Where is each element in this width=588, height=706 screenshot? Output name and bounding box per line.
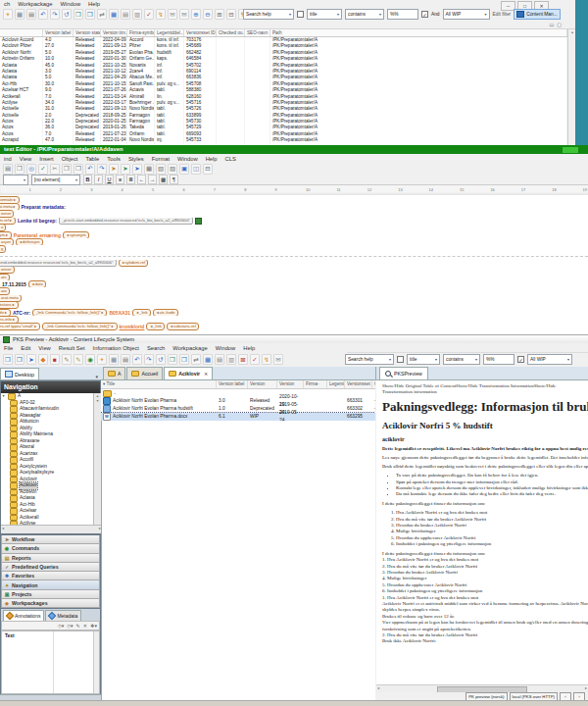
- sidebar-section-predefined-queries[interactable]: ✓Predefined Queries: [1, 563, 100, 572]
- title-checkbox[interactable]: [297, 11, 304, 18]
- menu-item[interactable]: Information Object: [93, 345, 139, 351]
- format-button[interactable]: ≡: [116, 175, 124, 184]
- expand-icon[interactable]: ⊞: [215, 9, 224, 20]
- xml-tag[interactable]: ◂asjon: [0, 238, 14, 245]
- menu-item[interactable]: Search: [147, 345, 165, 351]
- xml-tag[interactable]: ◂atc-kode: [153, 309, 178, 316]
- annotation-tool-button[interactable]: ✕: [83, 623, 87, 629]
- menu-item[interactable]: File: [4, 345, 13, 351]
- anchor-icon[interactable]: ▨: [168, 164, 177, 175]
- xml-tag[interactable]: rat-meta▸: [0, 203, 20, 210]
- view-grid-icon[interactable]: ▦: [203, 354, 213, 365]
- menu-item[interactable]: Result Set: [59, 345, 85, 351]
- copy-icon[interactable]: ❐: [74, 9, 83, 20]
- save-icon[interactable]: ▤: [3, 164, 13, 175]
- xml-tag[interactable]: nym▸: [0, 231, 12, 238]
- xml-tag[interactable]: ◂_link: [132, 309, 151, 316]
- menu-item[interactable]: Help: [88, 1, 100, 7]
- undo-icon[interactable]: ↶: [38, 9, 48, 20]
- xml-tag[interactable]: ◂ovner: [0, 210, 14, 217]
- collapse-icon[interactable]: ⊟: [226, 9, 236, 20]
- delete-icon[interactable]: ⊠: [238, 354, 248, 365]
- redo-icon[interactable]: ↷: [97, 164, 107, 175]
- menu-item[interactable]: ind: [4, 156, 12, 162]
- menu-item[interactable]: Object: [62, 156, 78, 162]
- xml-tag[interactable]: om-ref▸: [0, 218, 16, 225]
- print-icon[interactable]: ▤: [121, 354, 130, 365]
- mail2-icon[interactable]: ✉: [179, 9, 189, 20]
- table-row[interactable]: Aciklovir Norfri Evolan Pharma3.0Release…: [101, 397, 375, 405]
- mail-icon[interactable]: ✉: [168, 9, 177, 20]
- edit2-icon[interactable]: ✎: [74, 354, 83, 365]
- menu-item[interactable]: Tools: [107, 156, 121, 162]
- favorites-icon[interactable]: ✦: [97, 354, 107, 365]
- refresh-icon[interactable]: ↺: [156, 354, 166, 365]
- annotation-scrollbar[interactable]: [93, 631, 99, 693]
- search-icon[interactable]: ◎: [26, 164, 36, 175]
- undo-icon[interactable]: ↶: [85, 164, 95, 175]
- menu-item[interactable]: Format: [152, 156, 170, 162]
- xml-tag[interactable]: _link Command="ecls: follow_link()"▸: [32, 309, 107, 316]
- search-help-dropdown[interactable]: Search help▾: [243, 9, 294, 20]
- menu-item[interactable]: Insert: [39, 156, 54, 162]
- term-link[interactable]: Parenteral: [14, 232, 37, 238]
- xml-tag[interactable]: ◂ats: [0, 274, 10, 280]
- xml-tag[interactable]: ◂substans-ref: [167, 323, 199, 329]
- toggle-link[interactable]: Show/Hide Original Table of Content: [382, 383, 456, 388]
- menu-item[interactable]: CLS: [225, 156, 236, 162]
- tab-aciklovir[interactable]: Aciklovir✕: [164, 367, 213, 379]
- format-button[interactable]: I: [94, 175, 103, 184]
- chevron-down-icon[interactable]: ▾: [92, 374, 101, 379]
- format-button[interactable]: ←: [137, 175, 146, 184]
- menu-item[interactable]: Help: [206, 156, 218, 162]
- sidebar-section-workflow[interactable]: ➤Workflow: [1, 535, 100, 544]
- table-icon[interactable]: ▦: [144, 164, 154, 175]
- expander-icon[interactable]: ▾: [1, 393, 6, 400]
- format-button[interactable]: ¶: [170, 175, 178, 184]
- tree-vertical-scrollbar[interactable]: ▴▾: [93, 393, 101, 525]
- stop-icon[interactable]: ■: [50, 354, 60, 365]
- xml-tag[interactable]: ◂sykdom-ref: [119, 260, 149, 267]
- xml-tag[interactable]: ◂synonym: [63, 231, 89, 238]
- and-checkbox[interactable]: ✓: [421, 11, 428, 18]
- tab-accueil[interactable]: Accueil: [126, 367, 163, 379]
- format-button[interactable]: ≣: [126, 175, 135, 184]
- term-link[interactable]: B05XA31: [109, 310, 130, 316]
- goto-next-icon[interactable]: ➤: [121, 164, 130, 175]
- xml-tag[interactable]: ◂g: [0, 245, 6, 252]
- field-dropdown[interactable]: title▾: [307, 9, 342, 20]
- xml-tag[interactable]: ◂onner: [0, 267, 15, 274]
- swap-icon[interactable]: ⇄: [191, 354, 201, 365]
- term-link[interactable]: kromklorid: [120, 324, 145, 329]
- columns-icon[interactable]: ◫: [191, 164, 201, 175]
- preview-horizontal-scrollbar[interactable]: ◂▸: [376, 684, 588, 692]
- xml-tag[interactable]: ◂_link: [146, 323, 165, 329]
- image-icon[interactable]: ▧: [156, 164, 166, 175]
- swap-icon[interactable]: ⇄: [97, 9, 107, 20]
- doc2-icon[interactable]: ▥: [132, 9, 142, 20]
- frame-icon[interactable]: ▣: [179, 164, 189, 175]
- xml-tag[interactable]: ans-ref type="small"▸: [0, 323, 40, 329]
- goto-prev-icon[interactable]: ➤: [109, 164, 119, 175]
- menu-item[interactable]: ch: [4, 1, 10, 7]
- annotation-tool-button[interactable]: ◇▾: [67, 623, 73, 629]
- format-button[interactable]: U: [105, 175, 114, 184]
- annotation-tool-button[interactable]: ◇▾: [58, 623, 64, 629]
- element-dropdown[interactable]: [no element]▾: [31, 175, 80, 185]
- pointer-icon[interactable]: ➤: [26, 354, 36, 365]
- xml-tag[interactable]: ode▸: [0, 309, 11, 316]
- paste-icon[interactable]: ❐: [85, 9, 95, 20]
- menu-item[interactable]: Table: [85, 156, 99, 162]
- perspective-button[interactable]: Content Man...: [514, 9, 560, 20]
- cut-icon[interactable]: ✂: [50, 164, 60, 175]
- xml-tag[interactable]: ◂arat-meta: [0, 295, 22, 302]
- menu-item[interactable]: Window: [60, 1, 80, 7]
- print-icon[interactable]: ▤: [26, 9, 36, 20]
- sidebar-section-projects[interactable]: ▣Projects: [1, 590, 100, 599]
- menu-item[interactable]: Styles: [128, 156, 144, 162]
- xml-tag[interactable]: ◂definisjon: [16, 238, 43, 245]
- menu-item[interactable]: Workpackage: [172, 345, 207, 351]
- redo-icon[interactable]: ↷: [50, 9, 60, 20]
- view-button[interactable]: ▢: [557, 22, 562, 28]
- zoom-in-icon[interactable]: ⊕: [191, 9, 201, 20]
